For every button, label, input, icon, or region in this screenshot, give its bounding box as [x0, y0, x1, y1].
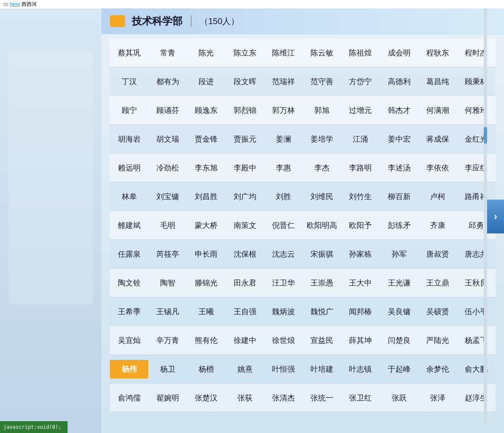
name-cell[interactable]: 彭练矛 — [380, 216, 418, 235]
name-cell[interactable]: 陶智 — [148, 274, 187, 292]
name-cell[interactable]: 田永君 — [226, 274, 264, 292]
name-cell[interactable]: 王立鼎 — [418, 274, 457, 292]
name-cell[interactable]: 李东旭 — [187, 159, 226, 177]
name-cell[interactable]: 吴宜灿 — [110, 331, 148, 350]
name-cell[interactable]: 高德利 — [380, 72, 418, 91]
name-cell[interactable]: 陈云敏 — [303, 44, 341, 62]
name-cell[interactable]: 陶文铨 — [110, 274, 148, 292]
name-cell[interactable]: 段文晖 — [226, 72, 264, 91]
name-cell[interactable]: 方岱宁 — [341, 72, 380, 91]
name-cell[interactable]: 俞鸿儒 — [110, 389, 148, 407]
name-cell[interactable]: 俞大鹏 — [457, 360, 496, 378]
name-cell[interactable]: 蔡其巩 — [110, 44, 148, 62]
name-cell[interactable]: 闫楚良 — [380, 331, 418, 350]
name-cell[interactable]: 辛万青 — [148, 331, 187, 350]
name-cell[interactable]: 都有为 — [148, 72, 187, 91]
name-cell[interactable]: 叶恒强 — [264, 360, 302, 378]
name-cell[interactable]: 王希季 — [110, 302, 148, 321]
here-link[interactable]: here — [10, 1, 20, 7]
name-cell[interactable]: 毛明 — [148, 216, 187, 235]
name-cell[interactable]: 段进 — [187, 72, 226, 91]
name-cell[interactable]: 杨槱 — [187, 360, 226, 378]
name-cell[interactable]: 李惠 — [264, 159, 302, 177]
name-cell[interactable]: 贾金锋 — [187, 130, 226, 148]
name-cell[interactable]: 姜中宏 — [380, 130, 418, 148]
name-cell[interactable]: 郭旭 — [303, 101, 341, 120]
name-cell[interactable]: 赖远明 — [110, 159, 148, 177]
name-cell[interactable]: 齐康 — [418, 216, 457, 235]
name-cell[interactable]: 何满潮 — [418, 101, 457, 120]
name-cell[interactable]: 叶志镇 — [341, 360, 380, 378]
name-cell[interactable]: 蒋成保 — [418, 130, 457, 148]
name-cell[interactable]: 申长雨 — [187, 245, 226, 263]
name-cell[interactable]: 宣益民 — [303, 331, 341, 350]
name-cell[interactable]: 于起峰 — [380, 360, 418, 378]
name-cell[interactable]: 余梦伦 — [418, 360, 457, 378]
name-cell[interactable]: 范守善 — [303, 72, 341, 91]
name-cell[interactable]: 成会明 — [380, 44, 418, 62]
name-cell[interactable]: 胡海岩 — [110, 130, 148, 148]
name-cell[interactable]: 王光谦 — [380, 274, 418, 292]
name-cell[interactable]: 魏悦广 — [303, 302, 341, 321]
name-cell[interactable]: 蒙大桥 — [187, 216, 226, 235]
name-cell[interactable]: 南策文 — [226, 216, 264, 235]
name-cell[interactable]: 沈保根 — [226, 245, 264, 263]
name-cell[interactable]: 张卫红 — [341, 389, 380, 407]
name-cell[interactable]: 李应红 — [457, 159, 496, 177]
name-cell[interactable]: 薛其坤 — [341, 331, 380, 350]
name-cell[interactable]: 程时杰 — [457, 44, 496, 62]
name-cell[interactable]: 王崇愚 — [303, 274, 341, 292]
name-cell[interactable]: 张荻 — [226, 389, 264, 407]
name-cell[interactable]: 刘宝镛 — [148, 187, 187, 206]
name-cell[interactable]: 韩杰才 — [380, 101, 418, 120]
name-cell[interactable]: 张泽 — [418, 389, 457, 407]
name-cell[interactable]: 贾振元 — [226, 130, 264, 148]
name-cell[interactable]: 徐建中 — [226, 331, 264, 350]
name-cell[interactable]: 张楚汉 — [187, 389, 226, 407]
name-cell[interactable]: 刘维民 — [303, 187, 341, 206]
name-cell[interactable]: 金红光 — [457, 130, 496, 148]
name-cell[interactable]: 杨卫 — [148, 360, 187, 378]
name-cell[interactable]: 卢柯 — [418, 187, 457, 206]
name-cell[interactable]: 陈维江 — [264, 44, 302, 62]
name-cell[interactable]: 李路明 — [341, 159, 380, 177]
name-cell[interactable]: 张统一 — [303, 389, 341, 407]
name-cell[interactable]: 王锡凡 — [148, 302, 187, 321]
name-cell[interactable]: 郭万林 — [264, 101, 302, 120]
name-cell[interactable]: 过增元 — [341, 101, 380, 120]
name-cell[interactable]: 杨伟 — [110, 360, 148, 378]
name-cell[interactable]: 李杰 — [303, 159, 341, 177]
name-cell[interactable]: 倪晋仁 — [264, 216, 302, 235]
name-cell[interactable]: 王曦 — [187, 302, 226, 321]
name-cell[interactable]: 熊有伦 — [187, 331, 226, 350]
name-cell[interactable]: 姜培学 — [303, 130, 341, 148]
name-cell[interactable]: 李依依 — [418, 159, 457, 177]
name-cell[interactable]: 孙军 — [380, 245, 418, 263]
name-cell[interactable]: 欧阳予 — [341, 216, 380, 235]
name-cell[interactable]: 叶培建 — [303, 360, 341, 378]
name-cell[interactable]: 胡文瑞 — [148, 130, 187, 148]
name-cell[interactable]: 欧阳明高 — [303, 216, 341, 235]
name-cell[interactable]: 李述汤 — [380, 159, 418, 177]
name-cell[interactable]: 唐叔贤 — [418, 245, 457, 263]
name-cell[interactable]: 赵淳生 — [457, 389, 496, 407]
name-cell[interactable]: 林皋 — [110, 187, 148, 206]
name-cell[interactable]: 滕锦光 — [187, 274, 226, 292]
scrollbar-track[interactable] — [484, 8, 487, 425]
name-cell[interactable]: 常青 — [148, 44, 187, 62]
name-cell[interactable]: 王大中 — [341, 274, 380, 292]
name-cell[interactable]: 王自强 — [226, 302, 264, 321]
name-cell[interactable]: 宋振骐 — [303, 245, 341, 263]
name-cell[interactable]: 冷劲松 — [148, 159, 187, 177]
name-cell[interactable]: 刘昌胜 — [187, 187, 226, 206]
name-cell[interactable]: 刘广均 — [226, 187, 264, 206]
name-cell[interactable]: 唐志共 — [457, 245, 496, 263]
name-cell[interactable]: 柳百新 — [380, 187, 418, 206]
name-cell[interactable]: 程耿东 — [418, 44, 457, 62]
name-cell[interactable]: 吴硕贤 — [418, 302, 457, 321]
name-cell[interactable]: 郭烈锦 — [226, 101, 264, 120]
name-cell[interactable]: 魏炳波 — [264, 302, 302, 321]
name-cell[interactable]: 汪卫华 — [264, 274, 302, 292]
name-cell[interactable]: 任露泉 — [110, 245, 148, 263]
name-cell[interactable]: 陈立东 — [226, 44, 264, 62]
